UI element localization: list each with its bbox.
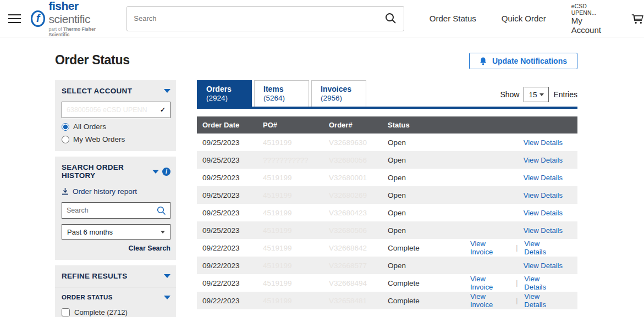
- fisher-logo-icon: f: [31, 10, 46, 27]
- show-entries: Show 15 Entries: [500, 87, 577, 102]
- tab-items-label: Items: [263, 85, 300, 93]
- status-value: Complete: [388, 279, 470, 287]
- nav-quick-order[interactable]: Quick Order: [502, 14, 546, 23]
- view-details-link[interactable]: View Details: [524, 292, 563, 309]
- divider: [55, 287, 176, 287]
- bell-icon: [480, 57, 487, 65]
- chevron-down-icon[interactable]: [152, 170, 159, 174]
- status-value: Open: [388, 226, 470, 235]
- cart-icon[interactable]: [631, 12, 644, 26]
- order-number: V32668494: [329, 279, 388, 287]
- po-number: 4519199: [263, 191, 329, 199]
- all-orders-radio[interactable]: [62, 123, 69, 131]
- all-orders-label: All Orders: [73, 123, 106, 131]
- menu-icon[interactable]: [8, 12, 21, 26]
- order-number: V32680423: [329, 209, 388, 217]
- order-status-filter-title: ORDER STATUS: [62, 294, 113, 301]
- tab-invoices[interactable]: Invoices (2956): [311, 80, 366, 107]
- status-value: Open: [388, 209, 470, 217]
- view-details-link[interactable]: View Details: [524, 156, 563, 164]
- account-select[interactable]: 638005056 eCSD UPENN ✓: [62, 102, 170, 118]
- entries-select[interactable]: 15: [524, 87, 549, 102]
- order-date: 09/25/2023: [202, 174, 263, 182]
- search-input[interactable]: [126, 6, 404, 31]
- info-icon[interactable]: i: [162, 168, 170, 176]
- my-account[interactable]: eCSD UPENN... My Account: [571, 3, 609, 35]
- view-details-link[interactable]: View Details: [524, 191, 563, 199]
- search-order-history-title: SEARCH ORDER HISTORY: [62, 163, 152, 180]
- table-row: 09/22/2023 4519199 V32668642 Complete Vi…: [197, 239, 577, 257]
- chevron-down-icon[interactable]: [164, 274, 170, 278]
- view-details-link[interactable]: View Details: [524, 174, 563, 182]
- view-invoice-link[interactable]: View Invoice: [470, 275, 509, 291]
- order-date: 09/22/2023: [202, 297, 263, 305]
- radio-my-web-orders[interactable]: My Web Orders: [62, 135, 170, 143]
- view-details-link[interactable]: View Details: [524, 138, 563, 147]
- po-number: 4519199: [263, 226, 329, 235]
- check-icon: ✓: [160, 106, 166, 114]
- brand-tagline: part of Thermo Fisher Scientific: [48, 26, 113, 37]
- filter-complete[interactable]: Complete (2712): [62, 308, 170, 316]
- chevron-down-icon[interactable]: [164, 296, 170, 299]
- view-invoice-link[interactable]: View Invoice: [470, 292, 509, 309]
- po-number: 4519199: [263, 244, 329, 252]
- search-order-history-header[interactable]: SEARCH ORDER HISTORY i: [62, 163, 170, 180]
- divider: |: [516, 244, 518, 252]
- view-invoice-link[interactable]: View Invoice: [470, 240, 509, 256]
- divider: |: [516, 297, 518, 304]
- order-history-search: [62, 202, 170, 219]
- view-details-link[interactable]: View Details: [524, 275, 563, 291]
- chevron-down-icon[interactable]: [164, 89, 170, 93]
- table-row: 09/25/2023 4519199 V32689630 Open View D…: [197, 134, 577, 151]
- order-number: V32668577: [329, 262, 388, 270]
- status-value: Complete: [388, 244, 470, 252]
- status-value: Open: [388, 191, 470, 199]
- order-number: V32668642: [329, 244, 388, 252]
- table-row: 09/22/2023 4519199 V32658481 Complete Vi…: [197, 292, 577, 309]
- nav-order-status[interactable]: Order Status: [430, 14, 476, 23]
- order-history-report-label: Order history report: [73, 187, 137, 196]
- order-status-filter-header[interactable]: ORDER STATUS: [62, 294, 170, 301]
- date-range-select[interactable]: Past 6 months: [62, 224, 170, 240]
- table-header: Order Date PO# Order# Status: [197, 116, 577, 134]
- fisher-logo[interactable]: f fisher scientific part of Thermo Fishe…: [31, 0, 113, 37]
- po-number: 4519199: [263, 174, 329, 182]
- order-number: V32689630: [329, 138, 388, 147]
- refine-results-panel: REFINE RESULTS ORDER STATUS Complete (27…: [55, 265, 176, 317]
- complete-label: Complete (2712): [74, 308, 128, 316]
- view-details-link[interactable]: View Details: [524, 240, 563, 256]
- tab-orders-label: Orders: [206, 85, 243, 93]
- order-number: V32680056: [329, 156, 388, 164]
- search-icon[interactable]: [157, 206, 166, 215]
- order-date: 09/25/2023: [202, 156, 263, 164]
- complete-checkbox[interactable]: [62, 308, 70, 316]
- order-number: V32680001: [329, 174, 388, 182]
- filters-sidebar: SELECT ACCOUNT 638005056 eCSD UPENN ✓ Al…: [55, 80, 176, 317]
- order-history-search-input[interactable]: [62, 203, 170, 218]
- tab-items[interactable]: Items (5264): [254, 80, 309, 107]
- order-date: 09/25/2023: [202, 209, 263, 217]
- brand-name: fisher scientific: [48, 0, 113, 26]
- view-details-link[interactable]: View Details: [524, 209, 563, 217]
- col-po: PO#: [263, 121, 329, 129]
- view-details-link[interactable]: View Details: [524, 262, 563, 270]
- entries-value: 15: [529, 91, 537, 99]
- search-order-history-panel: SEARCH ORDER HISTORY i Order history rep…: [55, 157, 176, 260]
- clear-search-link[interactable]: Clear Search: [62, 244, 170, 252]
- refine-results-header[interactable]: REFINE RESULTS: [62, 272, 170, 280]
- status-value: Open: [388, 262, 470, 270]
- order-tabs: Orders (2924) Items (5264) Invoices (295…: [197, 80, 366, 107]
- radio-all-orders[interactable]: All Orders: [62, 123, 170, 131]
- table-row: 09/25/2023 ??????????? V32680056 Open Vi…: [197, 151, 577, 169]
- order-number: V32658481: [329, 297, 388, 305]
- tab-orders[interactable]: Orders (2924): [197, 80, 252, 107]
- search-icon[interactable]: [385, 13, 397, 24]
- select-account-header[interactable]: SELECT ACCOUNT: [62, 87, 170, 95]
- view-details-link[interactable]: View Details: [524, 226, 563, 235]
- tab-invoices-count: (2956): [321, 94, 357, 102]
- order-history-report-link[interactable]: Order history report: [62, 187, 170, 196]
- po-number: 4519199: [263, 279, 329, 287]
- tab-orders-count: (2924): [206, 94, 243, 102]
- update-notifications-button[interactable]: Update Notifications: [469, 53, 577, 69]
- my-web-orders-radio[interactable]: [62, 136, 69, 143]
